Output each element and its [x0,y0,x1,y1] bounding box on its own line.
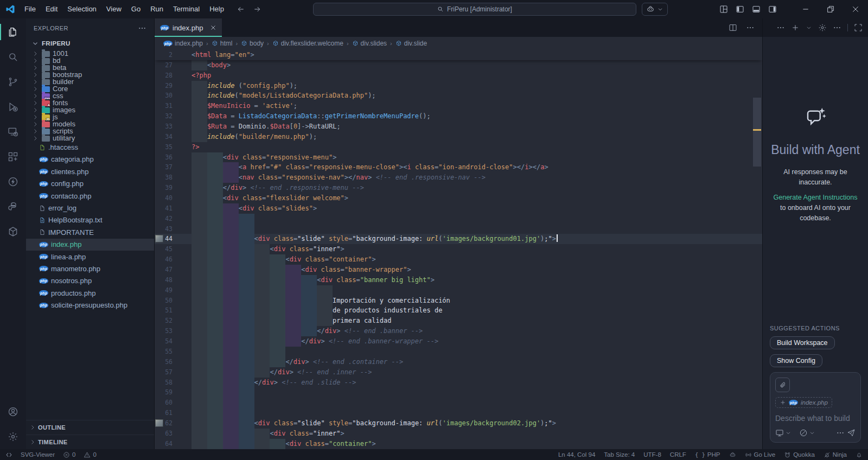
status-utf-8[interactable]: UTF-8 [643,451,661,458]
chat-input[interactable]: Describe what to build [775,414,856,423]
menu-file[interactable]: File [20,0,41,18]
breadcrumb-item-div-flexslider-welcome[interactable]: div.flexslider.welcome [272,40,343,47]
panel-left-icon[interactable] [736,5,744,14]
tree-root-friperu[interactable]: FRIPERU [26,37,154,49]
tree-item-config-php[interactable]: phpconfig.php [26,178,154,190]
code-line-57[interactable]: 57</div> <!-- end .inner --> [155,367,762,378]
chat-input-card[interactable]: php index.php Describe what to build [770,372,861,443]
activitybar-lightning[interactable] [0,169,26,194]
breadcrumb-item-body[interactable]: body [241,40,264,47]
status-ln-44-col-94[interactable]: Ln 44, Col 94 [558,451,595,458]
code-line-27[interactable]: 27<body> [155,60,762,71]
activitybar-search[interactable] [0,44,26,69]
status-remote[interactable] [5,451,12,458]
status-copilot[interactable] [729,451,736,458]
plus-icon[interactable] [791,23,800,32]
status-php[interactable]: { }PHP [695,451,720,458]
code-line-45[interactable]: 45<div class="inner"> [155,244,762,254]
code-line-59[interactable]: 59 [155,387,762,398]
generate-agent-instructions-link[interactable]: Generate Agent Instructions [774,194,858,201]
status-svg-viewer[interactable]: SVG-Viewer [21,451,55,458]
command-center-search[interactable]: FriPeru [Administrator] [313,3,636,16]
status-ninja[interactable]: Ninja [824,451,847,458]
tree-item-utilitary[interactable]: utilitary [26,135,34,141]
code-line-41[interactable]: 41<div class="slides"> [155,203,762,214]
status-go-live[interactable]: Go Live [745,451,776,458]
tree-item-index-php[interactable]: phpindex.php [26,239,154,251]
code-line-34[interactable]: 34include("builder/menu.php"); [155,132,762,142]
code-line-2[interactable]: 2<html lang="en"> [155,50,762,60]
tree-item-linea-a-php[interactable]: phplinea-a.php [26,251,154,263]
more-icon[interactable] [776,23,785,32]
tree-item-nosotros-php[interactable]: phpnosotros.php [26,275,154,287]
tree-item-clientes-php[interactable]: phpclientes.php [26,165,154,177]
slash-circle-icon[interactable] [799,429,808,437]
menu-terminal[interactable]: Terminal [168,0,205,18]
code-line-33[interactable]: 33$Ruta = Dominio.$Data[0]->RutaURL; [155,122,762,132]
code-line-30[interactable]: 30include("models/ListadoCategoriaData.p… [155,91,762,101]
code-line-64[interactable]: 64<div class="container"> [155,439,762,449]
chevron-down-icon[interactable] [806,24,812,31]
tree-item-helpbootstrap-txt[interactable]: HelpBootstrap.txt [26,214,154,226]
panel-bottom-icon[interactable] [752,5,761,14]
status-0[interactable]: 0 [63,451,75,458]
close-button[interactable] [843,0,868,18]
code-line-37[interactable]: 37<a href="#" class="responsive-menu-clo… [155,162,762,173]
status-quokka[interactable]: Quokka [784,451,815,458]
activitybar-remote-explorer[interactable] [0,119,26,144]
settings-gear-icon[interactable] [818,23,827,32]
code-line-38[interactable]: 38<nav class="responsive-nav"></nav> <!-… [155,173,762,183]
code-line-28[interactable]: 28<?php [155,71,762,81]
activitybar-files[interactable] [0,20,26,44]
activitybar-package-box[interactable] [0,219,26,244]
tree-item-categoria-php[interactable]: phpcategoria.php [26,154,154,165]
code-line-54[interactable]: 54</div> <!-- end .banner-wrapper --> [155,336,762,347]
menu-view[interactable]: View [101,0,126,18]
code-line-52[interactable]: 52primera calidad [155,316,762,326]
chevron-down-icon[interactable] [809,430,815,436]
activitybar-debug[interactable] [0,94,26,119]
sidebar-section-timeline[interactable]: TIMELINE [26,435,154,449]
more-icon[interactable] [836,429,845,437]
code-line-55[interactable]: 55 [155,347,762,357]
breadcrumb-item-div-slides[interactable]: div.slides [352,40,387,47]
code-line-36[interactable]: 36<div class="responsive-menu"> [155,152,762,163]
send-icon[interactable] [847,429,856,437]
status-tab-size-4[interactable]: Tab Size: 4 [604,451,635,458]
activitybar-python[interactable] [0,194,26,219]
code-line-49[interactable]: 49 [155,285,762,296]
tree-item-manometro-php[interactable]: phpmanometro.php [26,263,154,274]
tree-item-solicite-presupuesto-php[interactable]: phpsolicite-presupuesto.php [26,299,154,311]
panel-right-icon[interactable] [768,5,777,14]
more-icon[interactable] [833,23,841,32]
code-line-31[interactable]: 31$MenuInicio = 'active'; [155,101,762,111]
monitor-icon[interactable] [775,429,784,437]
layout-grid-icon[interactable] [719,5,728,14]
tab-close-icon[interactable] [210,24,216,31]
code-editor[interactable]: 2<html lang="en">27<body>28<?php29includ… [155,50,762,449]
code-line-46[interactable]: 46<div class="container"> [155,254,762,265]
code-line-35[interactable]: 35?> [155,142,762,152]
code-line-56[interactable]: 56</div> <!-- end .container --> [155,357,762,367]
code-line-44[interactable]: 44<div class="slide" style="background-i… [155,234,762,244]
code-line-32[interactable]: 32$Data = ListadoCategoriaData::getPrime… [155,111,762,122]
code-line-62[interactable]: 62<div class="slide" style="background-i… [155,418,762,429]
code-line-50[interactable]: 50Importación y comercialización [155,296,762,306]
activitybar-account[interactable] [0,399,26,424]
arrow-right-icon[interactable] [253,5,261,14]
code-line-29[interactable]: 29include ("config.php"); [155,81,762,91]
attach-button[interactable] [775,378,790,392]
code-line-63[interactable]: 63<div class="inner"> [155,429,762,439]
context-chip-index-php[interactable]: php index.php [775,397,832,408]
breadcrumb-item-div-slide[interactable]: div.slide [395,40,427,47]
code-line-47[interactable]: 47<div class="banner-wrapper"> [155,265,762,275]
breadcrumb-item-html[interactable]: html [212,40,233,47]
split-icon[interactable] [729,23,737,32]
tree-item-importante[interactable]: IMPORTANTE [26,226,154,238]
code-line-43[interactable]: 43 [155,224,762,234]
tree-item-productos-php[interactable]: phpproductos.php [26,287,154,299]
menu-run[interactable]: Run [145,0,168,18]
activitybar-settings-gear[interactable] [0,424,26,449]
code-line-58[interactable]: 58</div> <!-- end .slide --> [155,378,762,388]
tree-item--htaccess[interactable]: .htaccess [26,141,154,153]
